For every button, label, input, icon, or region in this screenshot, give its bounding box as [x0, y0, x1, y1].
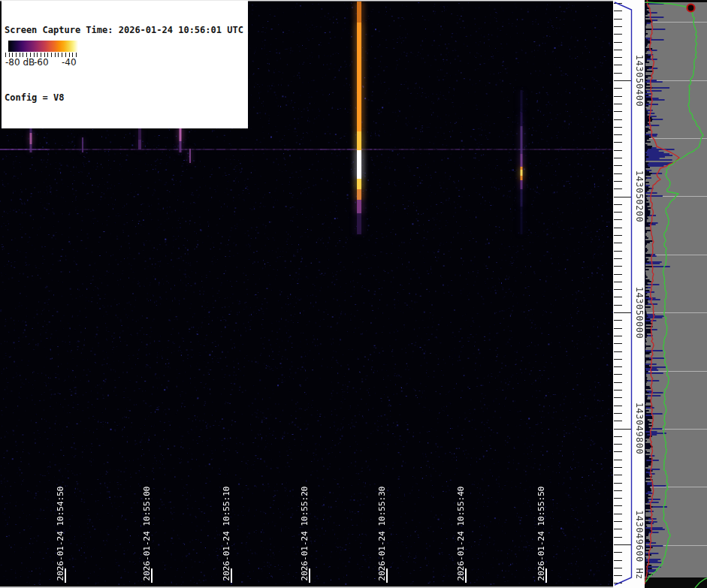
- time-axis-label: 2026-01-24 10:55:30: [377, 486, 387, 582]
- spectrum-side-panel-canvas: [645, 0, 707, 588]
- config-text: Config = V8: [5, 92, 243, 104]
- time-axis-label: 2026-01-24 10:54:50: [56, 486, 65, 582]
- colormap-gradient-bar: [8, 41, 78, 52]
- legend-label-minus40db: -40: [62, 57, 77, 68]
- freq-axis-label: 143050400: [634, 20, 644, 140]
- freq-axis-label: 143050200: [634, 137, 644, 257]
- capture-time-text: Screen Capture Time: 2026-01-24 10:56:01…: [5, 25, 243, 36]
- time-axis-label: 2026-01-24 10:55:10: [222, 486, 231, 582]
- colormap-labels: -80 dB -60 -40: [5, 57, 80, 68]
- freq-axis-label: 143049800: [634, 369, 644, 489]
- freq-axis-label: 143050000: [634, 252, 644, 372]
- freq-axis-label: 143049600 Hz: [634, 484, 644, 588]
- legend-label-minus80db: -80 dB: [5, 57, 35, 68]
- time-axis-label: 2026-01-24 10:55:40: [456, 486, 466, 582]
- spectrogram-app-window: Screen Capture Time: 2026-01-24 10:56:01…: [0, 0, 707, 588]
- legend-label-minus60db: -60: [34, 57, 49, 68]
- time-axis-label: 2026-01-24 10:55:50: [536, 486, 546, 582]
- time-axis-label: 2026-01-24 10:55:20: [300, 486, 310, 582]
- color-scale-legend: -80 dB -60 -40: [3, 39, 80, 69]
- time-axis-label: 2026-01-24 10:55:00: [142, 486, 152, 582]
